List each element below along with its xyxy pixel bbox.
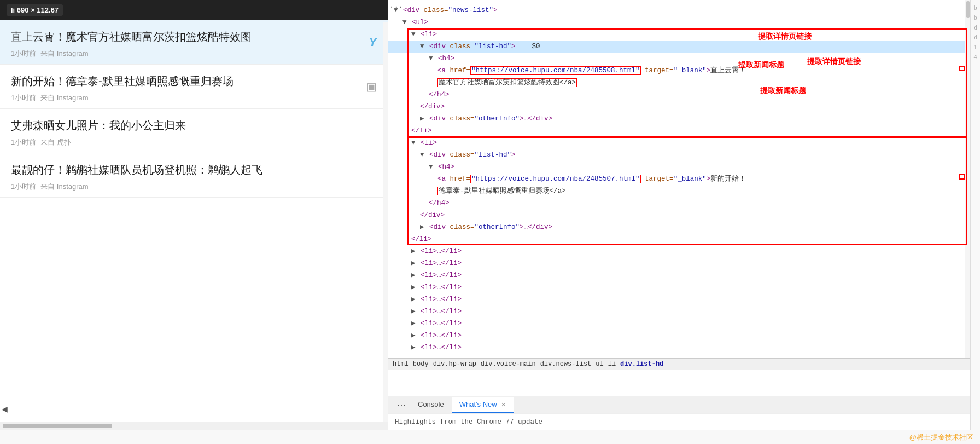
device-icon: ▣ — [366, 80, 377, 93]
tab-whatsnew-label: What's New — [459, 400, 497, 408]
news-item-2[interactable]: 新的开始！德章泰-默里社媒晒照感慨重归赛场 1小时前 来自 Instagram … — [0, 65, 388, 109]
dom-line-18[interactable]: </div> — [388, 209, 970, 221]
left-news-panel: li 690 × 112.67 直上云霄！魔术官方社媒晒富尔茨扣篮炫酷特效图 1… — [0, 0, 388, 430]
red-square-icon-2 — [959, 174, 965, 180]
dom-line-19[interactable]: ▶ <div class="otherInfo">…</div> — [388, 221, 970, 233]
dom-line-5[interactable]: ▼ <h4> — [388, 53, 970, 65]
red-square-icon — [959, 66, 965, 71]
triangle-right-icon[interactable]: ▶ — [411, 344, 416, 351]
breadcrumb-div-hp-wrap[interactable]: div.hp-wrap — [433, 360, 476, 368]
dom-tree: ▼ <div class="news-list"> ▼ <ul> 提取详情页链接 — [388, 4, 970, 354]
triangle-right-icon[interactable]: ▶ — [420, 115, 424, 123]
devtools-vertical-scrollbar[interactable] — [965, 0, 970, 358]
breadcrumb-ul[interactable]: ul — [596, 360, 603, 368]
news-meta-4: 1小时前 来自 Instagram — [11, 182, 377, 192]
breadcrumb-div-list-hd[interactable]: div.list-hd — [620, 360, 663, 368]
dom-line-17[interactable]: </h4> — [388, 197, 970, 209]
box1-container: 提取详情页链接 提取新闻标题 ▼ <li> ▼ <div class="list… — [388, 28, 970, 137]
dom-line-21[interactable]: ▶ <li>…</li> — [388, 245, 970, 257]
dom-line-29[interactable]: ▶ <li>…</li> — [388, 342, 970, 354]
tab-console[interactable]: Console — [410, 397, 452, 413]
box2-container: ▼ <li> ▼ <div class="list-hd"> ▼ <h4> — [388, 137, 970, 245]
triangle-icon[interactable]: ▼ — [429, 55, 433, 62]
breadcrumb-html[interactable]: html — [393, 360, 409, 368]
dom-line-10[interactable]: ▶ <div class="otherInfo">…</div> — [388, 113, 970, 125]
tab-close-icon[interactable]: ✕ — [501, 401, 506, 408]
text-box-2: 德章泰-默里社媒晒照感慨重归赛场</a> — [438, 187, 567, 195]
triangle-icon[interactable]: ▼ — [394, 7, 398, 14]
triangle-right-icon[interactable]: ▶ — [411, 260, 416, 267]
dom-line-26[interactable]: ▶ <li>…</li> — [388, 305, 970, 318]
triangle-icon[interactable]: ▼ — [429, 163, 433, 171]
horizontal-scrollbar[interactable] — [0, 422, 388, 430]
breadcrumb-li[interactable]: li — [608, 360, 616, 368]
dom-line-24[interactable]: ▶ <li>…</li> — [388, 281, 970, 293]
text-box-1: 魔术官方社媒晒富尔茨扣篮炫酷特效图</a> — [438, 78, 577, 87]
dom-line-15[interactable]: <a href="https://voice.hupu.com/nba/2485… — [388, 173, 970, 185]
triangle-right-icon[interactable]: ▶ — [411, 272, 416, 279]
dom-line-4[interactable]: ▼ <div class="list-hd"> == $0 — [388, 41, 970, 53]
bottom-hint-text: Highlights from the Chrome 77 update — [395, 418, 542, 426]
news-title-2: 新的开始！德章泰-默里社媒晒照感慨重归赛场 — [11, 73, 377, 89]
right-sidebar: b b d d 1 4 — [970, 0, 980, 430]
news-item-3[interactable]: 艾弗森晒女儿照片：我的小公主归来 1小时前 来自 虎扑 — [0, 109, 388, 153]
dom-line-12[interactable]: ▼ <li> — [388, 137, 970, 149]
triangle-right-icon[interactable]: ▶ — [411, 247, 416, 255]
sidebar-num-4: 4 — [973, 54, 977, 60]
news-item-4[interactable]: 最靓的仔！鹈鹕社媒晒队员机场登机照：鹈鹕人起飞 1小时前 来自 Instagra… — [0, 153, 388, 198]
breadcrumb-div-voice-main[interactable]: div.voice-main — [481, 360, 536, 368]
dom-line-8[interactable]: </h4> — [388, 89, 970, 101]
sidebar-num-1: 1 — [973, 44, 977, 50]
news-title-4: 最靓的仔！鹈鹕社媒晒队员机场登机照：鹈鹕人起飞 — [11, 162, 377, 177]
breadcrumb-body[interactable]: body — [413, 360, 429, 368]
dom-line-9[interactable]: </div> — [388, 101, 970, 113]
dom-line-28[interactable]: ▶ <li>…</li> — [388, 330, 970, 342]
news-item-1[interactable]: 直上云霄！魔术官方社媒晒富尔茨扣篮炫酷特效图 1小时前 来自 Instagram… — [0, 20, 388, 65]
dom-line-7[interactable]: 魔术官方社媒晒富尔茨扣篮炫酷特效图</a> — [388, 77, 970, 89]
triangle-right-icon[interactable]: ▶ — [411, 332, 416, 339]
triangle-right-icon[interactable]: ▶ — [420, 223, 424, 231]
dom-line-23[interactable]: ▶ <li>…</li> — [388, 269, 970, 281]
dom-line-3[interactable]: ▼ <li> — [388, 28, 970, 41]
dom-line-2[interactable]: ▼ <ul> — [388, 16, 970, 28]
vertical-scrollbar[interactable] — [383, 22, 388, 430]
news-source-3: 来自 虎扑 — [40, 137, 71, 147]
hscroll-thumb[interactable] — [3, 424, 112, 428]
dom-line-25[interactable]: ▶ <li>…</li> — [388, 293, 970, 305]
triangle-icon[interactable]: ▼ — [411, 31, 416, 38]
devtools-panel: ... ▼ <div class="news-list"> ▼ <ul> — [388, 0, 970, 430]
devtools-tabs: ⋯ Console What's New ✕ — [388, 396, 970, 413]
triangle-right-icon[interactable]: ▶ — [411, 308, 416, 315]
dom-line-16[interactable]: 德章泰-默里社媒晒照感慨重归赛场</a> — [388, 185, 970, 197]
three-dots-icon[interactable]: ⋯ — [393, 400, 410, 410]
news-time-2: 1小时前 — [11, 93, 36, 103]
breadcrumb-div-news-list[interactable]: div.news-list — [540, 360, 592, 368]
tab-whatsnew[interactable]: What's New ✕ — [452, 397, 514, 413]
scroll-left-arrow[interactable]: ◀ — [2, 405, 8, 413]
triangle-icon[interactable]: ▼ — [411, 139, 416, 147]
tab-console-label: Console — [418, 400, 444, 408]
devtools-bottom-hint: Highlights from the Chrome 77 update — [388, 413, 970, 430]
dom-line-27[interactable]: ▶ <li>…</li> — [388, 318, 970, 330]
dom-line-14[interactable]: ▼ <h4> — [388, 161, 970, 173]
news-title-1: 直上云霄！魔术官方社媒晒富尔茨扣篮炫酷特效图 — [11, 29, 377, 44]
sidebar-letter-d: d — [973, 24, 977, 31]
dom-line-20[interactable]: </li> — [388, 233, 970, 245]
triangle-right-icon[interactable]: ▶ — [411, 296, 416, 303]
triangle-icon[interactable]: ▼ — [420, 151, 424, 159]
dom-line-11[interactable]: </li> — [388, 125, 970, 137]
dom-line-22[interactable]: ▶ <li>…</li> — [388, 257, 970, 269]
scrollbar-thumb[interactable] — [966, 1, 970, 18]
devtools-dom-wrapper: ... ▼ <div class="news-list"> ▼ <ul> — [388, 0, 970, 396]
dom-line-6[interactable]: <a href="https://voice.hupu.com/nba/2485… — [388, 65, 970, 77]
sidebar-letter-d2: d — [973, 34, 977, 41]
news-source-2: 来自 Instagram — [40, 93, 88, 103]
dom-line-13[interactable]: ▼ <div class="list-hd"> — [388, 149, 970, 161]
dom-line-1[interactable]: ▼ <div class="news-list"> — [388, 4, 970, 16]
link-box-2: "https://voice.hupu.com/nba/2485507.html… — [470, 175, 641, 183]
triangle-right-icon[interactable]: ▶ — [411, 284, 416, 291]
triangle-right-icon[interactable]: ▶ — [411, 320, 416, 327]
triangle-icon[interactable]: ▼ — [402, 19, 407, 26]
watermark-text: @稀土掘金技术社区 — [909, 433, 973, 442]
triangle-icon[interactable]: ▼ — [420, 43, 424, 50]
